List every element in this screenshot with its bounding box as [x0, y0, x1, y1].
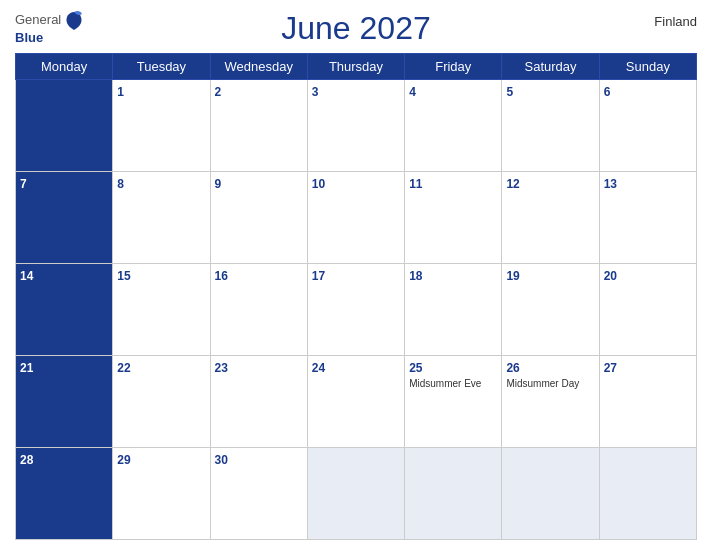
week-row-3: 14151617181920: [16, 264, 697, 356]
day-number: 8: [117, 177, 124, 191]
week-row-1: 123456: [16, 80, 697, 172]
day-number: 22: [117, 361, 130, 375]
calendar-cell: 8: [113, 172, 210, 264]
calendar-cell: [307, 448, 404, 540]
day-header-monday: Monday: [16, 54, 113, 80]
calendar-cell: 5: [502, 80, 599, 172]
calendar-cell: 26Midsummer Day: [502, 356, 599, 448]
day-number: 16: [215, 269, 228, 283]
day-number: 12: [506, 177, 519, 191]
logo-general: General: [15, 12, 61, 27]
day-number: 14: [20, 269, 33, 283]
day-number: 28: [20, 453, 33, 467]
bird-icon: [63, 10, 85, 38]
day-number: 20: [604, 269, 617, 283]
calendar-cell: 19: [502, 264, 599, 356]
calendar-cell: [405, 448, 502, 540]
day-header-wednesday: Wednesday: [210, 54, 307, 80]
day-number: 9: [215, 177, 222, 191]
day-number: 23: [215, 361, 228, 375]
calendar-cell: 12: [502, 172, 599, 264]
day-number: 15: [117, 269, 130, 283]
calendar-cell: 3: [307, 80, 404, 172]
calendar-cell: 27: [599, 356, 696, 448]
calendar-cell: 4: [405, 80, 502, 172]
day-header-thursday: Thursday: [307, 54, 404, 80]
calendar-cell: 2: [210, 80, 307, 172]
calendar-cell: 1: [113, 80, 210, 172]
week-row-4: 2122232425Midsummer Eve26Midsummer Day27: [16, 356, 697, 448]
calendar-cell: [599, 448, 696, 540]
day-header-sunday: Sunday: [599, 54, 696, 80]
calendar-cell: 22: [113, 356, 210, 448]
calendar-cell: 20: [599, 264, 696, 356]
day-number: 7: [20, 177, 27, 191]
calendar-cell: 28: [16, 448, 113, 540]
day-number: 11: [409, 177, 422, 191]
day-header-friday: Friday: [405, 54, 502, 80]
calendar-cell: 18: [405, 264, 502, 356]
days-header-row: MondayTuesdayWednesdayThursdayFridaySatu…: [16, 54, 697, 80]
calendar-cell: 7: [16, 172, 113, 264]
day-number: 13: [604, 177, 617, 191]
day-number: 4: [409, 85, 416, 99]
calendar-cell: 16: [210, 264, 307, 356]
day-number: 10: [312, 177, 325, 191]
day-header-saturday: Saturday: [502, 54, 599, 80]
day-number: 17: [312, 269, 325, 283]
week-row-2: 78910111213: [16, 172, 697, 264]
logo-blue: Blue: [15, 30, 43, 45]
calendar-cell: [502, 448, 599, 540]
logo: General Blue: [15, 10, 85, 46]
calendar-cell: 15: [113, 264, 210, 356]
day-number: 2: [215, 85, 222, 99]
calendar-cell: 11: [405, 172, 502, 264]
day-number: 5: [506, 85, 513, 99]
calendar-cell: 10: [307, 172, 404, 264]
day-number: 6: [604, 85, 611, 99]
day-number: 21: [20, 361, 33, 375]
calendar-cell: 29: [113, 448, 210, 540]
day-number: 25: [409, 361, 422, 375]
calendar-cell: 30: [210, 448, 307, 540]
day-number: 29: [117, 453, 130, 467]
calendar-cell: 24: [307, 356, 404, 448]
day-number: 26: [506, 361, 519, 375]
day-header-tuesday: Tuesday: [113, 54, 210, 80]
calendar-cell: 6: [599, 80, 696, 172]
calendar-cell: [16, 80, 113, 172]
calendar-cell: 17: [307, 264, 404, 356]
calendar-cell: 21: [16, 356, 113, 448]
header: General Blue June 2027 Finland: [15, 10, 697, 47]
country-label: Finland: [654, 14, 697, 29]
event-label: Midsummer Eve: [409, 378, 497, 389]
day-number: 18: [409, 269, 422, 283]
calendar-cell: 25Midsummer Eve: [405, 356, 502, 448]
calendar-cell: 23: [210, 356, 307, 448]
event-label: Midsummer Day: [506, 378, 594, 389]
calendar-cell: 14: [16, 264, 113, 356]
calendar-cell: 9: [210, 172, 307, 264]
day-number: 3: [312, 85, 319, 99]
day-number: 24: [312, 361, 325, 375]
day-number: 27: [604, 361, 617, 375]
day-number: 1: [117, 85, 124, 99]
day-number: 30: [215, 453, 228, 467]
page-title: June 2027: [281, 10, 430, 47]
calendar-cell: 13: [599, 172, 696, 264]
calendar-table: MondayTuesdayWednesdayThursdayFridaySatu…: [15, 53, 697, 540]
week-row-5: 282930: [16, 448, 697, 540]
day-number: 19: [506, 269, 519, 283]
